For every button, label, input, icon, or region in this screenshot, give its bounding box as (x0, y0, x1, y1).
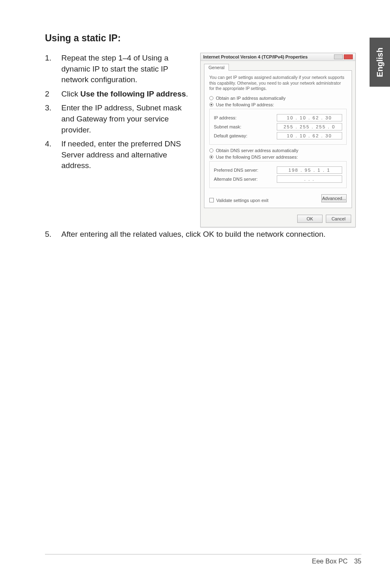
radio-obtain-dns-auto[interactable]: Obtain DNS server address automatically (209, 148, 347, 153)
step-text: If needed, enter the preferred DNS Serve… (61, 139, 192, 171)
label-preferred-dns: Preferred DNS server: (214, 168, 258, 173)
dialog-title: Internet Protocol Version 4 (TCP/IPv4) P… (203, 54, 308, 59)
step-number: 1. (45, 53, 61, 85)
radio-obtain-ip-auto[interactable]: Obtain an IP address automatically (209, 96, 347, 101)
tab-general[interactable]: General (204, 64, 229, 71)
section-heading: Using a static IP: (45, 33, 361, 44)
close-icon[interactable] (344, 54, 353, 59)
row-preferred-dns: Preferred DNS server: 198 . 95 . 1 . 1 (214, 166, 342, 174)
steps-list-full: 5. After entering all the related values… (45, 229, 361, 240)
label-subnet-mask: Subnet mask: (214, 124, 241, 129)
dialog-button-row: OK Cancel (201, 211, 355, 227)
steps-column: 1. Repeat the step 1–4 of Using a dynami… (45, 53, 192, 227)
step-item: 4. If needed, enter the preferred DNS Se… (45, 139, 192, 171)
row-default-gateway: Default gateway: 10 . 10 . 62 . 30 (214, 132, 342, 139)
label-default-gateway: Default gateway: (214, 133, 247, 138)
step-text: Repeat the step 1–4 of Using a dynamic I… (61, 53, 192, 85)
step-text-post: . (186, 90, 188, 98)
step-number: 5. (45, 229, 61, 240)
page-footer: Eee Box PC 35 (45, 554, 361, 565)
language-tab: English (370, 38, 390, 87)
footer-product: Eee Box PC (312, 558, 347, 565)
cancel-button[interactable]: Cancel (326, 215, 351, 223)
step-text: After entering all the related values, c… (61, 229, 361, 240)
step-item: 2 Click Use the following IP address. (45, 89, 192, 100)
body-area: 1. Repeat the step 1–4 of Using a dynami… (45, 53, 361, 227)
step-item: 3. Enter the IP address, Subnet mask and… (45, 103, 192, 135)
radio-use-following-dns[interactable]: Use the following DNS server addresses: (209, 155, 347, 159)
input-ip-address[interactable]: 10 . 10 . 62 . 30 (277, 114, 342, 121)
dialog-titlebar: Internet Protocol Version 4 (TCP/IPv4) P… (201, 53, 355, 61)
radio-label: Use the following DNS server addresses: (216, 155, 298, 159)
advanced-button[interactable]: Advanced... (321, 194, 347, 202)
step-text-pre: Click (61, 90, 80, 98)
input-subnet-mask[interactable]: 255 . 255 . 255 . 0 (277, 123, 342, 130)
radio-icon (209, 148, 213, 153)
help-icon[interactable] (334, 54, 343, 59)
checkbox-icon (209, 198, 214, 202)
validate-row: Validate settings upon exit Advanced... (209, 194, 347, 203)
step-text-bold: Use the following IP address (80, 90, 186, 98)
row-ip-address: IP address: 10 . 10 . 62 . 30 (214, 114, 342, 121)
footer-page-number: 35 (354, 558, 361, 565)
input-alternate-dns[interactable]: . . . (277, 175, 342, 183)
ip-group: IP address: 10 . 10 . 62 . 30 Subnet mas… (209, 109, 347, 145)
steps-list: 1. Repeat the step 1–4 of Using a dynami… (45, 53, 192, 171)
label-alternate-dns: Alternate DNS server: (214, 177, 258, 182)
radio-icon (209, 96, 213, 100)
dns-group: Preferred DNS server: 198 . 95 . 1 . 1 A… (209, 161, 347, 188)
radio-label: Obtain DNS server address automatically (216, 148, 298, 153)
radio-label: Obtain an IP address automatically (216, 96, 285, 101)
step-number: 3. (45, 103, 61, 135)
window-buttons (334, 54, 353, 59)
step-text: Enter the IP address, Subnet mask and Ga… (61, 103, 192, 135)
tcpip-properties-dialog: Internet Protocol Version 4 (TCP/IPv4) P… (200, 53, 356, 227)
dialog-tabrow: General (201, 61, 355, 70)
step-item: 5. After entering all the related values… (45, 229, 361, 240)
checkbox-validate-settings[interactable]: Validate settings upon exit (209, 198, 269, 203)
step-number: 2 (45, 89, 61, 100)
checkbox-label: Validate settings upon exit (216, 198, 269, 203)
radio-label: Use the following IP address: (216, 102, 274, 107)
dialog-description: You can get IP settings assigned automat… (209, 75, 347, 92)
radio-icon (209, 155, 213, 159)
dialog-column: Internet Protocol Version 4 (TCP/IPv4) P… (200, 53, 356, 227)
language-tab-label: English (375, 47, 385, 77)
label-ip-address: IP address: (214, 115, 236, 120)
input-default-gateway[interactable]: 10 . 10 . 62 . 30 (277, 132, 342, 139)
dialog-panel: You can get IP settings assigned automat… (204, 70, 352, 208)
step-text: Click Use the following IP address. (61, 89, 192, 100)
input-preferred-dns[interactable]: 198 . 95 . 1 . 1 (277, 166, 342, 174)
radio-use-following-ip[interactable]: Use the following IP address: (209, 102, 347, 107)
radio-icon (209, 103, 213, 107)
row-subnet-mask: Subnet mask: 255 . 255 . 255 . 0 (214, 123, 342, 130)
page: English Using a static IP: 1. Repeat the… (0, 0, 390, 588)
step-item: 1. Repeat the step 1–4 of Using a dynami… (45, 53, 192, 85)
row-alternate-dns: Alternate DNS server: . . . (214, 175, 342, 183)
ok-button[interactable]: OK (297, 215, 323, 223)
step-number: 4. (45, 139, 61, 171)
